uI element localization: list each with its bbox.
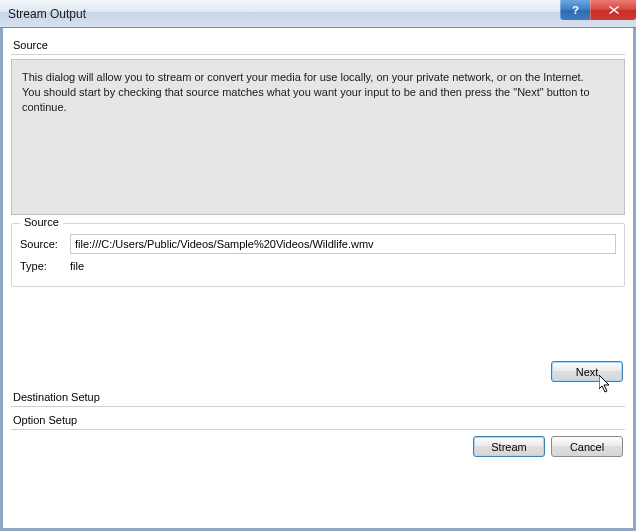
close-button[interactable]: [590, 0, 636, 20]
stream-button[interactable]: Stream: [473, 436, 545, 457]
options-section-header: Option Setup: [11, 411, 625, 430]
next-row: Next: [11, 361, 625, 382]
info-text: This dialog will allow you to stream or …: [11, 59, 625, 215]
bottom-button-row: Stream Cancel: [11, 436, 625, 457]
type-value: file: [70, 260, 84, 272]
source-group: Source Source: Type: file: [11, 223, 625, 287]
window-title: Stream Output: [8, 7, 86, 21]
next-button[interactable]: Next: [551, 361, 623, 382]
cancel-button[interactable]: Cancel: [551, 436, 623, 457]
source-section-header: Source: [11, 36, 625, 55]
source-label: Source:: [20, 238, 62, 250]
type-row: Type: file: [20, 260, 616, 272]
type-label: Type:: [20, 260, 62, 272]
source-row: Source:: [20, 234, 616, 254]
help-button[interactable]: ?: [560, 0, 590, 20]
source-input[interactable]: [70, 234, 616, 254]
source-group-title: Source: [20, 216, 63, 228]
client-area: Source This dialog will allow you to str…: [0, 28, 636, 531]
destination-section-header: Destination Setup: [11, 388, 625, 407]
window-controls: ?: [560, 0, 636, 20]
title-bar: Stream Output ?: [0, 0, 636, 28]
